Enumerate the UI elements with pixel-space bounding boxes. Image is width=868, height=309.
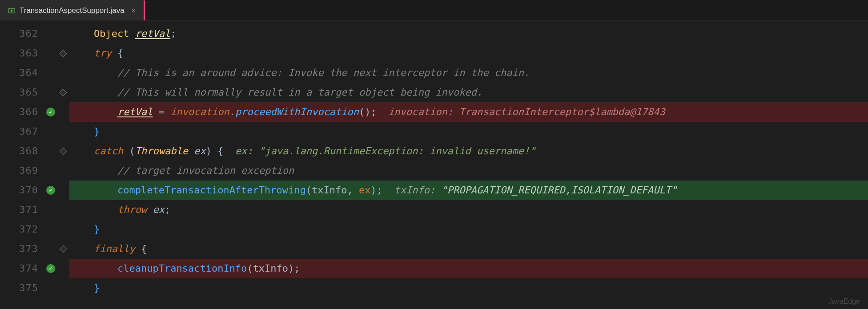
line-number: 367 (0, 122, 44, 141)
line-number: 371 (0, 200, 44, 220)
code-line[interactable]: 370 ✓ completeTransactionAfterThrowing(t… (0, 181, 868, 200)
svg-point-1 (11, 10, 13, 12)
fold-marker-icon[interactable] (60, 89, 67, 96)
variable-token: ex (359, 185, 371, 196)
code-line[interactable]: 367 } (0, 122, 868, 141)
comment-token: // This is an around advice: Invoke the … (117, 67, 530, 78)
line-number: 372 (0, 220, 44, 239)
code-content[interactable]: Object retVal; (69, 24, 868, 44)
watermark: JavaEdge (828, 297, 860, 305)
code-line[interactable]: 372 } (0, 220, 868, 239)
tab-bar: TransactionAspectSupport.java × (0, 0, 868, 20)
line-number: 365 (0, 83, 44, 102)
code-content[interactable]: throw ex; (69, 200, 868, 220)
keyword-token: catch (94, 145, 129, 157)
breakpoint-icon[interactable]: ✓ (46, 264, 55, 273)
code-line[interactable]: 369 // target invocation exception (0, 161, 868, 181)
line-number: 374 (0, 259, 44, 278)
variable-token: retVal (135, 28, 170, 39)
close-icon[interactable]: × (132, 7, 136, 15)
line-number: 366 (0, 102, 44, 122)
line-number: 373 (0, 239, 44, 259)
code-line[interactable]: 366 ✓ retVal = invocation.proceedWithInv… (0, 102, 868, 122)
code-content[interactable]: // This will normally result in a target… (69, 83, 868, 102)
breakpoint-gutter[interactable]: ✓ (44, 108, 57, 116)
line-number: 362 (0, 24, 44, 44)
line-number: 369 (0, 161, 44, 181)
code-line[interactable]: 365 // This will normally result in a ta… (0, 83, 868, 102)
inline-hint-value: "java.lang.RuntimeException: invalid use… (259, 145, 536, 157)
line-number: 370 (0, 181, 44, 200)
type-token: Object (94, 28, 135, 39)
code-content[interactable]: // target invocation exception (69, 161, 868, 181)
java-file-icon (8, 7, 15, 14)
code-line[interactable]: 368 catch (Throwable ex) { ex: "java.lan… (0, 141, 868, 161)
code-content[interactable]: } (69, 122, 868, 141)
code-content[interactable]: cleanupTransactionInfo(txInfo); (69, 259, 868, 278)
code-line[interactable]: 371 throw ex; (0, 200, 868, 220)
code-content[interactable]: retVal = invocation.proceedWithInvocatio… (69, 102, 868, 122)
comment-token: // This will normally result in a target… (117, 87, 482, 98)
code-editor[interactable]: 362 Object retVal; 363 try { 364 // This… (0, 20, 868, 309)
breakpoint-gutter[interactable]: ✓ (44, 186, 57, 195)
tab-label: TransactionAspectSupport.java (20, 6, 125, 15)
inline-hint-label: ex: (223, 145, 258, 157)
fold-marker-icon[interactable] (60, 50, 67, 57)
inline-hint-label: invocation: (377, 106, 459, 117)
code-content[interactable]: } (69, 220, 868, 239)
variable-token: txInfo (253, 263, 288, 274)
line-number: 368 (0, 141, 44, 161)
code-content[interactable]: completeTransactionAfterThrowing(txInfo,… (69, 181, 868, 200)
type-token: Throwable (135, 145, 194, 157)
breakpoint-icon[interactable]: ✓ (46, 186, 55, 195)
variable-token: ex (194, 145, 206, 157)
line-number: 375 (0, 278, 44, 298)
code-line[interactable]: 363 try { (0, 44, 868, 63)
method-token: completeTransactionAfterThrowing (117, 185, 306, 196)
variable-token: ex (153, 204, 165, 215)
breakpoint-icon[interactable]: ✓ (46, 108, 55, 116)
inline-hint-value: TransactionInterceptor$lambda@17843 (459, 106, 665, 117)
method-token: proceedWithInvocation (235, 106, 359, 117)
code-line[interactable]: 374 ✓ cleanupTransactionInfo(txInfo); (0, 259, 868, 278)
keyword-token: throw (117, 204, 153, 215)
code-line[interactable]: 362 Object retVal; (0, 24, 868, 44)
code-line[interactable]: 373 finally { (0, 239, 868, 259)
code-line[interactable]: 364 // This is an around advice: Invoke … (0, 63, 868, 83)
code-content[interactable]: finally { (69, 239, 868, 259)
keyword-token: try (94, 48, 117, 59)
variable-token: txInfo (312, 185, 347, 196)
variable-token: retVal (117, 106, 153, 117)
inline-hint-label: txInfo: (382, 185, 441, 196)
variable-token: invocation (170, 106, 229, 117)
fold-marker-icon[interactable] (60, 245, 67, 253)
keyword-token: finally (94, 243, 141, 254)
code-content[interactable]: // This is an around advice: Invoke the … (69, 63, 868, 83)
code-content[interactable]: } (69, 278, 868, 298)
method-token: cleanupTransactionInfo (117, 263, 247, 274)
inline-hint-value: "PROPAGATION_REQUIRED,ISOLATION_DEFAULT" (442, 185, 677, 196)
code-line[interactable]: 375 } (0, 278, 868, 298)
breakpoint-gutter[interactable]: ✓ (44, 264, 57, 273)
code-content[interactable]: try { (69, 44, 868, 63)
line-number: 363 (0, 44, 44, 63)
comment-token: // target invocation exception (117, 165, 294, 176)
tab-file[interactable]: TransactionAspectSupport.java × (0, 0, 145, 20)
fold-marker-icon[interactable] (60, 148, 67, 155)
line-number: 364 (0, 63, 44, 83)
code-content[interactable]: catch (Throwable ex) { ex: "java.lang.Ru… (69, 141, 868, 161)
